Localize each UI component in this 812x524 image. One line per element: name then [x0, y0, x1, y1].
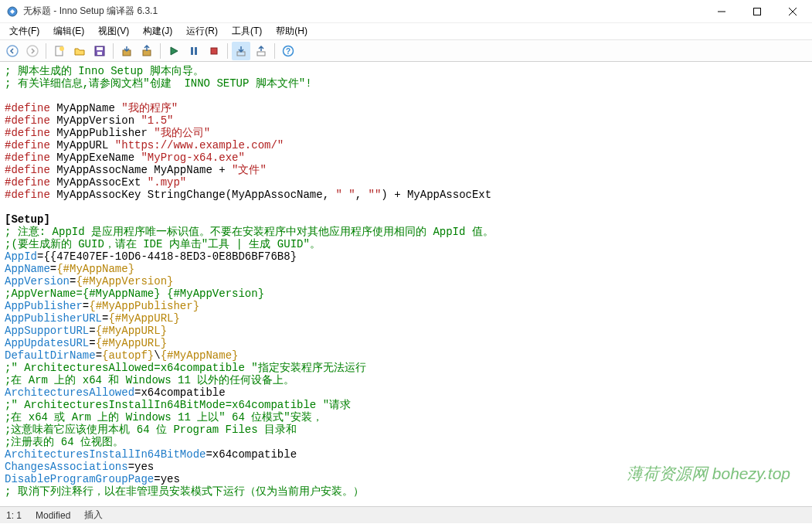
code-line[interactable]: AppUpdatesURL={#MyAppURL}: [5, 337, 807, 349]
title-bar: 无标题 - Inno Setup 编译器 6.3.1: [0, 0, 812, 23]
svg-rect-14: [191, 47, 193, 55]
menu-build[interactable]: 构建(J): [137, 23, 178, 39]
code-editor[interactable]: ; 脚本生成的 Inno Setup 脚本向导。; 有关详细信息,请参阅文档"创…: [0, 62, 812, 506]
code-line[interactable]: ;" ArchitecturesAllowed=x64compatible "指…: [5, 362, 807, 374]
run-button[interactable]: [165, 42, 183, 60]
svg-rect-2: [754, 8, 761, 15]
separator: [113, 43, 114, 59]
svg-rect-16: [211, 48, 217, 54]
code-line[interactable]: ;这意味着它应该使用本机 64 位 Program Files 目录和: [5, 424, 807, 436]
code-line[interactable]: AppName={#MyAppName}: [5, 263, 807, 275]
menu-file[interactable]: 文件(F): [3, 23, 46, 39]
code-line[interactable]: AppPublisherURL={#MyAppURL}: [5, 312, 807, 325]
code-line[interactable]: #define MyAppAssocName MyAppName + "文件": [5, 164, 807, 176]
app-icon: [6, 5, 19, 18]
code-line[interactable]: #define MyAppName "我的程序": [5, 102, 807, 114]
code-line[interactable]: DisableProgramGroupPage=yes: [5, 473, 807, 485]
separator: [46, 43, 46, 59]
code-line[interactable]: AppId={{47E407EF-10D6-4418-8ED3-0E8BD6BF…: [5, 250, 807, 263]
cursor-position: 1: 1: [6, 510, 22, 521]
insert-mode: 插入: [84, 509, 103, 522]
svg-rect-11: [97, 52, 102, 55]
modified-indicator: Modified: [36, 510, 70, 521]
save-button[interactable]: [90, 42, 109, 60]
separator: [160, 43, 161, 59]
code-line[interactable]: AppVersion={#MyAppVersion}: [5, 275, 807, 288]
code-line[interactable]: ;AppVerName={#MyAppName} {#MyAppVersion}: [5, 288, 807, 300]
menu-bar: 文件(F) 编辑(E) 视图(V) 构建(J) 运行(R) 工具(T) 帮助(H…: [0, 23, 812, 40]
code-line[interactable]: ; 有关详细信息,请参阅文档"创建 INNO SETUP 脚本文件"!: [5, 77, 807, 90]
svg-point-6: [27, 46, 38, 56]
menu-view[interactable]: 视图(V): [92, 23, 135, 39]
open-button[interactable]: [70, 42, 89, 60]
separator: [227, 43, 228, 59]
svg-rect-13: [143, 50, 151, 56]
status-bar: 1: 1 Modified 插入: [0, 506, 812, 523]
code-line[interactable]: ArchitecturesAllowed=x64compatible: [5, 386, 807, 399]
svg-point-5: [7, 46, 18, 56]
code-line[interactable]: [5, 201, 807, 213]
code-line[interactable]: DefaultDirName={autopf}\{#MyAppName}: [5, 349, 807, 362]
code-line[interactable]: AppPublisher={#MyAppPublisher}: [5, 300, 807, 312]
pause-button[interactable]: [185, 42, 203, 60]
code-line[interactable]: ; 取消下列注释行，以在非管理员安装模式下运行（仅为当前用户安装。）: [5, 485, 807, 498]
svg-rect-18: [257, 52, 265, 56]
code-line[interactable]: #define MyAppAssocExt ".myp": [5, 176, 807, 189]
code-line[interactable]: #define MyAppURL "https://www.example.co…: [5, 139, 807, 151]
new-button[interactable]: [50, 42, 69, 60]
separator: [274, 43, 275, 59]
forward-button[interactable]: [23, 42, 42, 60]
code-line[interactable]: ChangesAssociations=yes: [5, 461, 807, 473]
code-line[interactable]: ;在 Arm 上的 x64 和 Windows 11 以外的任何设备上。: [5, 374, 807, 386]
code-line[interactable]: #define MyAppExeName "MyProg-x64.exe": [5, 151, 807, 164]
code-line[interactable]: #define MyAppPublisher "我的公司": [5, 127, 807, 139]
menu-help[interactable]: 帮助(H): [270, 23, 314, 39]
step-over-button[interactable]: [252, 42, 270, 60]
close-button[interactable]: [775, 0, 810, 23]
svg-rect-15: [195, 47, 197, 55]
code-line[interactable]: AppSupportURL={#MyAppURL}: [5, 325, 807, 337]
back-button[interactable]: [3, 42, 22, 60]
window-title: 无标题 - Inno Setup 编译器 6.3.1: [23, 5, 704, 18]
maximize-button[interactable]: [739, 0, 775, 23]
code-line[interactable]: #define MyAppAssocKey StringChange(MyApp…: [5, 189, 807, 201]
help-button[interactable]: ?: [279, 42, 297, 60]
menu-tools[interactable]: 工具(T): [226, 23, 268, 39]
step-into-button[interactable]: [232, 42, 250, 60]
compile-button[interactable]: [117, 42, 136, 60]
code-line[interactable]: ;" ArchitecturesInstallIn64BitMode=x64co…: [5, 399, 807, 411]
code-line[interactable]: ; 脚本生成的 Inno Setup 脚本向导。: [5, 65, 807, 77]
code-line[interactable]: ;(要生成新的 GUID，请在 IDE 内单击"工具 | 生成 GUID"。: [5, 238, 807, 250]
code-line[interactable]: ;在 x64 或 Arm 上的 Windows 11 上以" 64 位模式"安装…: [5, 411, 807, 424]
code-line[interactable]: ArchitecturesInstallIn64BitMode=x64compa…: [5, 448, 807, 461]
toolbar: ?: [0, 40, 812, 62]
code-line[interactable]: ; 注意: AppId 是应用程序唯一标识值。不要在安装程序中对其他应用程序使用…: [5, 226, 807, 238]
code-line[interactable]: #define MyAppVersion "1.5": [5, 114, 807, 127]
svg-point-8: [59, 46, 64, 51]
code-line[interactable]: [Setup]: [5, 213, 807, 226]
menu-run[interactable]: 运行(R): [180, 23, 224, 39]
svg-text:?: ?: [286, 47, 290, 56]
svg-rect-10: [97, 47, 103, 50]
minimize-button[interactable]: [704, 0, 739, 23]
menu-edit[interactable]: 编辑(E): [47, 23, 90, 39]
code-line[interactable]: ;注册表的 64 位视图。: [5, 436, 807, 448]
stop-button[interactable]: [205, 42, 223, 60]
compile-run-button[interactable]: [138, 42, 156, 60]
code-line[interactable]: [5, 90, 807, 102]
